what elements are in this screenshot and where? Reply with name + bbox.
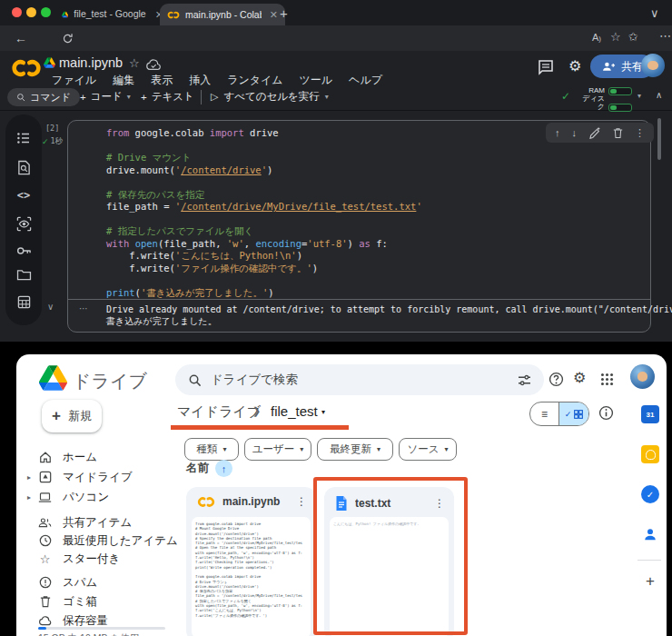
settings-gear-icon[interactable]: ⚙ (573, 369, 586, 386)
colab-avatar[interactable] (641, 54, 665, 77)
sort-by-name[interactable]: 名前 ↑ (186, 460, 232, 477)
data-table-icon[interactable] (17, 295, 31, 309)
drive-file-icon (44, 57, 55, 68)
file-card-main-ipynb[interactable]: main.ipynb ⋮ from google.colab import dr… (186, 487, 316, 636)
sort-ascending-icon[interactable]: ↑ (215, 460, 232, 477)
add-code-button[interactable]: +コード▾ (80, 90, 131, 104)
variable-inspector-icon[interactable] (16, 216, 32, 232)
code-line (106, 176, 422, 189)
cell-toolbar: ↑ ↓ ⋮ (546, 123, 654, 143)
output-line: 書き込みが完了しました。 (106, 315, 672, 327)
move-cell-down-icon[interactable]: ↓ (572, 127, 578, 138)
help-icon[interactable] (548, 372, 564, 387)
move-cell-up-icon[interactable]: ↑ (555, 127, 560, 138)
sidebar-item-starred[interactable]: ☆スター付き (38, 551, 120, 567)
read-aloud-icon[interactable]: A) (592, 33, 601, 43)
filter-chip-people[interactable]: ユーザー▾ (244, 438, 311, 461)
tasks-app-icon[interactable]: ✓ (641, 485, 659, 503)
expand-caret-icon[interactable]: ▸ (27, 473, 31, 482)
keep-app-icon[interactable] (641, 445, 659, 463)
favorite-star-icon[interactable]: ☆ (610, 31, 621, 43)
back-icon[interactable]: ← (15, 32, 27, 45)
search-icon (188, 373, 202, 387)
more-menu-icon[interactable]: ⋯ (659, 30, 671, 42)
delete-cell-icon[interactable] (613, 127, 623, 139)
comment-icon[interactable] (538, 59, 554, 75)
find-replace-icon[interactable] (17, 160, 31, 175)
list-view-button[interactable]: ≡ (530, 402, 559, 425)
file-more-icon[interactable]: ⋮ (434, 497, 445, 510)
code-editor[interactable]: from google.colab import drive # Drive マ… (106, 127, 422, 299)
window-minimize-button[interactable] (26, 7, 36, 17)
cell-execution-count: [2] (45, 124, 59, 133)
filter-chip-type[interactable]: 種類▾ (184, 438, 239, 461)
grid-view-button-selected[interactable]: ✓ (559, 402, 588, 425)
resources-chevron-icon[interactable]: ▾ (637, 92, 641, 100)
browser-tab-colab[interactable]: main.ipynb - Colab ✕ (160, 4, 285, 25)
sidebar-item-my-drive[interactable]: マイドライブ (38, 469, 133, 485)
sidebar-item-shared[interactable]: 共有アイテム (38, 514, 132, 531)
drive-search-bar[interactable]: ドライブで検索 (175, 364, 544, 395)
files-folder-icon[interactable] (16, 269, 32, 281)
new-button[interactable]: + 新規 (42, 400, 102, 432)
breadcrumb-my-drive[interactable]: マイドライブ (177, 403, 261, 421)
secrets-key-icon[interactable] (16, 246, 32, 255)
search-options-tune-icon[interactable] (518, 374, 531, 386)
file-card-test-txt[interactable]: test.txt ⋮ こんにちは、Python! ファイル操作の確認中です。 (324, 487, 454, 636)
sidebar-item-trash[interactable]: ゴミ箱 (38, 593, 97, 610)
expand-caret-icon[interactable]: ▸ (27, 493, 31, 502)
code-line: # 保存先のパスを指定 (106, 189, 422, 202)
extension-icon[interactable]: ✩ (628, 31, 638, 43)
code-snippets-icon[interactable]: <> (17, 189, 30, 202)
collapse-output-chevron-icon[interactable]: ∨ (47, 302, 54, 312)
window-close-button[interactable] (12, 7, 22, 17)
sidebar-item-recent[interactable]: 最近使用したアイテム (38, 532, 178, 549)
output-line: Drive already mounted at /content/drive;… (106, 303, 672, 315)
annotation-breadcrumb-underline (171, 425, 349, 430)
calendar-app-icon[interactable]: 31 (641, 405, 659, 423)
tab-close-icon[interactable]: ✕ (270, 9, 278, 21)
filter-chip-source[interactable]: ソース▾ (399, 438, 457, 461)
add-apps-icon[interactable]: + (641, 572, 659, 591)
drive-avatar[interactable] (630, 364, 655, 389)
table-of-contents-icon[interactable] (16, 131, 31, 145)
home-icon (39, 451, 52, 463)
sidebar-item-computers[interactable]: パソコン (38, 489, 109, 505)
apps-grid-icon[interactable] (600, 373, 614, 386)
cell-more-icon[interactable]: ⋮ (635, 127, 645, 139)
filter-chip-modified[interactable]: 最終更新▾ (317, 438, 393, 461)
code-line: # Drive マウント (106, 152, 422, 164)
colab-favicon (167, 11, 180, 19)
window-zoom-button[interactable] (41, 7, 51, 17)
colab-left-rail: <> (5, 114, 42, 325)
sidebar-item-home[interactable]: ホーム (38, 449, 97, 465)
drive-favicon (62, 10, 68, 19)
settings-gear-icon[interactable]: ⚙ (568, 57, 581, 75)
folder-menu-caret-icon[interactable]: ▾ (321, 408, 325, 416)
chevron-down-icon[interactable]: ▾ (127, 93, 131, 101)
notebook-filename[interactable]: main.ipynb (59, 55, 123, 70)
edit-pencil-icon[interactable] (588, 126, 601, 139)
tab-search-chevron-icon[interactable]: ∨ (650, 7, 659, 19)
command-palette-button[interactable]: コマンド (7, 88, 80, 106)
star-icon[interactable]: ☆ (129, 56, 140, 70)
code-line: file_path = '/content/drive/MyDrive/file… (106, 201, 422, 214)
code-cell: from google.colab import drive # Drive マ… (67, 120, 651, 333)
collapse-icon[interactable]: ∧ (656, 90, 662, 100)
add-text-button[interactable]: +テキスト (141, 90, 194, 104)
contacts-app-icon[interactable] (641, 525, 659, 543)
notebook-scrollbar[interactable] (657, 118, 661, 160)
sidebar-item-spam[interactable]: スパム (38, 574, 97, 591)
details-info-icon[interactable] (598, 405, 614, 421)
breadcrumb-current-folder[interactable]: file_test (271, 403, 318, 419)
browser-tab-drive[interactable]: file_test - Google ドライブ ✕ (54, 4, 171, 25)
chevron-down-icon[interactable]: ▾ (325, 93, 329, 101)
output-more-icon[interactable]: ⋯ (79, 303, 89, 313)
reload-icon[interactable] (62, 33, 74, 45)
run-all-button[interactable]: ▷ すべてのセルを実行 ▾ (211, 90, 329, 104)
file-more-icon[interactable]: ⋮ (296, 495, 307, 508)
new-tab-icon[interactable]: + (280, 6, 288, 20)
star-icon: ☆ (38, 552, 52, 566)
view-toggle[interactable]: ≡ ✓ (529, 402, 589, 426)
code-line: with open(file_path, 'w', encoding='utf-… (106, 238, 422, 251)
